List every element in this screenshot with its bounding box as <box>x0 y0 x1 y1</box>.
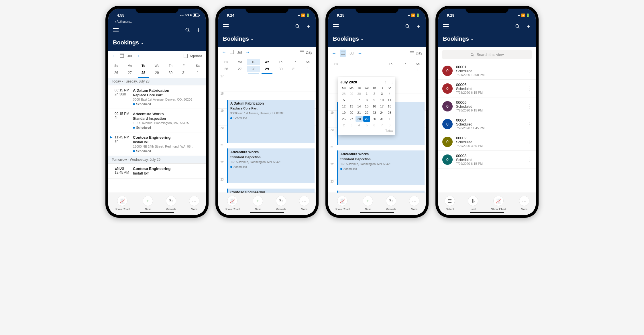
cal-day[interactable]: 6 <box>348 97 355 103</box>
calendar-icon[interactable] <box>340 50 346 57</box>
menu-icon[interactable] <box>113 28 119 32</box>
prev-arrow-icon[interactable]: ← <box>332 51 336 56</box>
view-mode-toggle[interactable]: Day <box>410 51 422 55</box>
month-down-icon[interactable]: ↓ <box>391 80 393 84</box>
cal-day[interactable]: 18 <box>386 103 393 109</box>
add-icon[interactable] <box>416 24 421 29</box>
list-item[interactable]: 0 00001 Scheduled 7/24/2020 10:00 PM ⋮ <box>438 62 536 80</box>
new-button[interactable]: ＋New <box>253 196 263 211</box>
view-mode-toggle[interactable]: Day <box>300 50 312 54</box>
day-event[interactable]: Contoso Engineering <box>227 189 315 193</box>
more-button[interactable]: ⋯More <box>409 196 419 211</box>
list-item[interactable]: 0 00003 Scheduled 7/29/2020 6:15 PM ⋮ <box>438 151 536 169</box>
menu-icon[interactable] <box>333 24 339 28</box>
list-item[interactable]: 0 00005 Scheduled 7/28/2020 9:15 PM ⋮ <box>438 97 536 115</box>
calendar-grid[interactable]: SuMoTuWeThFrSa28293012345678910111213141… <box>340 86 393 128</box>
select-button[interactable]: ☲Select <box>445 196 455 211</box>
search-icon[interactable] <box>515 24 520 29</box>
list-item[interactable]: 0 00006 Scheduled 7/28/2020 6:15 PM ⋮ <box>438 80 536 97</box>
page-title[interactable]: Bookings⌄ <box>328 33 426 47</box>
new-button[interactable]: ＋New <box>363 196 373 211</box>
cal-day[interactable]: 17 <box>378 103 386 109</box>
kebab-icon[interactable]: ⋮ <box>527 121 532 127</box>
month-up-icon[interactable]: ↑ <box>385 80 387 84</box>
kebab-icon[interactable]: ⋮ <box>527 85 532 92</box>
kebab-icon[interactable]: ⋮ <box>527 68 532 74</box>
cal-day[interactable]: 6 <box>371 122 378 128</box>
list-item[interactable]: 0 00002 Scheduled 7/29/2020 3:30 PM ⋮ <box>438 133 536 151</box>
cal-day[interactable]: 19 <box>340 110 347 115</box>
cal-day[interactable]: 21 <box>356 110 363 115</box>
weekdate[interactable]: 1 <box>191 70 205 76</box>
cal-day[interactable]: 7 <box>356 97 363 103</box>
cal-day[interactable]: 8 <box>386 122 393 128</box>
cal-day[interactable]: 29 <box>348 91 355 97</box>
cal-day[interactable]: 3 <box>378 91 386 97</box>
agenda-item[interactable]: ▶ 11:45 PM1h Contoso Engineering Install… <box>108 132 206 156</box>
show-chart-button[interactable]: 📈Show Chart <box>335 196 350 211</box>
cal-day[interactable]: 29 <box>363 116 370 122</box>
cal-day[interactable]: 12 <box>340 103 347 109</box>
cal-day[interactable]: 1 <box>363 91 370 97</box>
day-view[interactable]: 17181920212223 A Datum FabricationReplac… <box>218 74 316 193</box>
cal-day[interactable]: 5 <box>363 122 370 128</box>
day-view[interactable]: 1920212223 06Adventure WorksStandard Ins… <box>328 76 426 193</box>
menu-icon[interactable] <box>443 24 449 28</box>
page-title[interactable]: Bookings⌄ <box>438 33 536 47</box>
today-link[interactable]: Today <box>340 129 393 132</box>
cal-day[interactable]: 27 <box>348 116 355 122</box>
cal-day[interactable]: 26 <box>340 116 347 122</box>
cal-day[interactable]: 30 <box>371 116 378 122</box>
cal-day[interactable]: 7 <box>378 122 386 128</box>
next-arrow-icon[interactable]: → <box>358 51 362 56</box>
cal-day[interactable]: 20 <box>348 110 355 115</box>
weekdate[interactable]: 27 <box>123 70 136 76</box>
sort-button[interactable]: ⇅Sort <box>468 196 478 211</box>
cal-day[interactable]: 3 <box>348 122 355 128</box>
new-button[interactable]: ＋New <box>143 196 153 211</box>
agenda-item[interactable]: 09:15 PM2h Adventure Works Standard Insp… <box>108 109 206 132</box>
cal-day[interactable]: 4 <box>356 122 363 128</box>
weekdate[interactable]: 29 <box>150 70 164 76</box>
more-button[interactable]: ⋯More <box>299 196 309 211</box>
calendar-icon[interactable] <box>230 50 234 55</box>
search-icon[interactable] <box>405 24 410 29</box>
agenda-content[interactable]: Today - Tuesday, July 28 06:15 PM2h 30m … <box>108 78 206 193</box>
month-picker-popover[interactable]: July 2020 ↑↓ SuMoTuWeThFrSa2829301234567… <box>338 77 395 135</box>
cal-day[interactable]: 25 <box>386 110 393 115</box>
weekdate[interactable]: 26 <box>109 70 123 76</box>
cal-day[interactable]: 22 <box>363 110 370 115</box>
cal-day[interactable]: 15 <box>363 103 370 109</box>
home-indicator[interactable] <box>140 212 174 213</box>
more-button[interactable]: ⋯More <box>189 196 199 211</box>
kebab-icon[interactable]: ⋮ <box>527 103 532 109</box>
cal-day[interactable]: 13 <box>348 103 355 109</box>
cal-day[interactable]: 4 <box>386 91 393 97</box>
add-icon[interactable] <box>526 24 531 29</box>
cal-day[interactable]: 23 <box>371 110 378 115</box>
search-icon[interactable] <box>295 24 300 29</box>
cal-day[interactable]: 2 <box>371 91 378 97</box>
cal-day[interactable]: 14 <box>356 103 363 109</box>
cal-day[interactable]: 16 <box>371 103 378 109</box>
search-icon[interactable] <box>185 28 190 33</box>
page-title[interactable]: Bookings⌄ <box>218 33 316 47</box>
record-list[interactable]: 0 00001 Scheduled 7/24/2020 10:00 PM ⋮ 0… <box>438 62 536 193</box>
cal-day[interactable]: 28 <box>356 116 363 122</box>
prev-arrow-icon[interactable]: ← <box>112 53 116 58</box>
page-title[interactable]: Bookings⌄ <box>108 36 206 51</box>
breadcrumb[interactable]: ◂ Authentica... <box>108 20 206 24</box>
cal-day[interactable]: 30 <box>356 91 363 97</box>
refresh-button[interactable]: ↻Refresh <box>276 196 286 211</box>
calendar-icon[interactable] <box>120 54 124 58</box>
more-button[interactable]: ⋯More <box>519 196 529 211</box>
cal-day[interactable]: 28 <box>340 91 347 97</box>
cal-day[interactable]: 10 <box>378 97 386 103</box>
cal-day[interactable]: 8 <box>363 97 370 103</box>
cal-day[interactable]: 2 <box>340 122 347 128</box>
kebab-icon[interactable]: ⋮ <box>527 156 532 163</box>
refresh-button[interactable]: ↻Refresh <box>386 196 396 211</box>
refresh-button[interactable]: ↻Refresh <box>166 196 176 211</box>
day-event[interactable]: Adventure WorksStandard Inspection162 S … <box>337 150 425 185</box>
cal-day[interactable]: 5 <box>340 97 347 103</box>
